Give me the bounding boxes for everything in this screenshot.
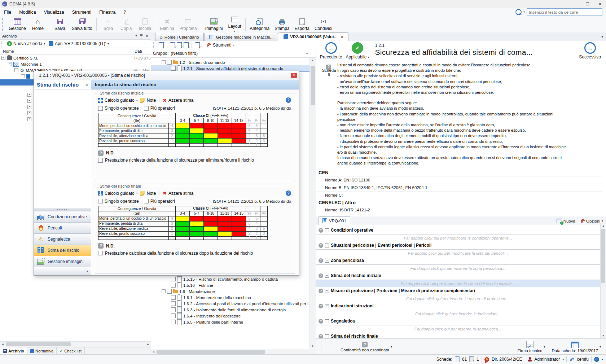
- matrix-cell[interactable]: [204, 236, 218, 240]
- row-checkbox[interactable]: [171, 307, 176, 312]
- matrix-cell[interactable]: [204, 226, 218, 231]
- scroll-right-icon[interactable]: ►: [145, 342, 151, 347]
- home-button[interactable]: ⌂Home: [28, 17, 47, 32]
- matrix-cell[interactable]: [204, 144, 218, 147]
- question-icon[interactable]: ?: [319, 258, 323, 263]
- matrix-cell[interactable]: [232, 144, 246, 147]
- conformita-button[interactable]: ? Conformità non esaminata: [341, 342, 389, 352]
- opzioni-button[interactable]: Opzioni ▾: [580, 219, 603, 224]
- collapse-icon[interactable]: −: [325, 274, 329, 278]
- row-checkbox[interactable]: [171, 320, 176, 324]
- row-checkbox[interactable]: [171, 277, 176, 281]
- question-icon[interactable]: ?: [319, 228, 323, 233]
- section-hint[interactable]: Fai doppio click qui per modificare la l…: [316, 250, 600, 257]
- row-checkbox[interactable]: [167, 60, 172, 65]
- pin-icon[interactable]: [140, 34, 143, 38]
- matrix-cell[interactable]: [204, 216, 218, 221]
- requirement-row[interactable]: 1.6.4 - Intervento dell'operatore: [151, 313, 316, 319]
- section-hint[interactable]: Fai doppio click qui per inserire le ind…: [316, 310, 600, 317]
- menu-item-finestra[interactable]: Finestra: [95, 10, 119, 15]
- matrix-cell[interactable]: [218, 133, 232, 139]
- section-header[interactable]: ?−Situazioni pericolose | Eventi pericol…: [316, 242, 600, 250]
- column-dati[interactable]: Dati: [133, 48, 142, 54]
- toolbar-handle[interactable]: [153, 42, 155, 48]
- card-alert-icon[interactable]: !: [184, 42, 189, 48]
- scroll-down-icon[interactable]: ▼: [310, 343, 315, 349]
- collapse-icon[interactable]: −: [21, 74, 25, 78]
- expand-icon[interactable]: +: [27, 117, 31, 121]
- matrix-cell[interactable]: [204, 128, 218, 133]
- requirement-row[interactable]: 1.6.2 - Accesso ai posti di lavoro e ai …: [151, 301, 316, 307]
- matrix-cell[interactable]: [218, 221, 232, 226]
- tree-vscrollbar[interactable]: ▲ ▼: [309, 58, 316, 349]
- note-button[interactable]: Note: [140, 98, 156, 103]
- section-header[interactable]: ?−Zona pericolosa: [316, 257, 600, 265]
- matrix-cell[interactable]: [190, 216, 204, 221]
- section-header[interactable]: ?−Indicazioni istruzioni: [316, 302, 600, 310]
- matrix-cell[interactable]: [232, 221, 246, 226]
- collapse-icon[interactable]: −: [325, 304, 329, 308]
- matrix-cell[interactable]: [232, 226, 246, 231]
- matrix-cell[interactable]: [232, 123, 246, 128]
- sidebar-button-stima-del-rischio[interactable]: +−×=Stima del rischio: [34, 245, 91, 256]
- matrix-cell[interactable]: [218, 128, 232, 133]
- scroll-down-icon[interactable]: ▼: [601, 333, 606, 338]
- nd-question-icon[interactable]: ?: [98, 150, 104, 156]
- matrix-cell[interactable]: [190, 123, 204, 128]
- matrix-cell[interactable]: [176, 128, 190, 133]
- section-header[interactable]: ?−Segnaletica: [316, 317, 600, 325]
- collapse-icon[interactable]: −: [162, 60, 166, 64]
- matrix-cell[interactable]: [176, 216, 190, 221]
- collapse-icon[interactable]: −: [8, 62, 12, 66]
- immagini-button[interactable]: Immagini: [203, 17, 225, 32]
- matrix-cell[interactable]: [176, 221, 190, 226]
- matrix-cell[interactable]: [218, 123, 232, 128]
- collapse-icon[interactable]: −: [14, 68, 18, 72]
- calcolo-guidato-button[interactable]: +−×= Calcolo guidato ▾: [98, 191, 138, 196]
- section-header[interactable]: ?−Condizioni operative: [316, 227, 600, 234]
- bottom-tab-check-list[interactable]: ✔Check list: [57, 347, 85, 355]
- calcolo-dropdown-icon[interactable]: ▾: [136, 192, 138, 195]
- requirement-row[interactable]: 1.5.15 - Rischio di scivolamento, inciam…: [151, 276, 316, 282]
- expand-icon[interactable]: +: [27, 111, 31, 115]
- section-hint[interactable]: Fai doppio click qui per inserire la seg…: [316, 325, 600, 333]
- card-check-icon[interactable]: ✔: [177, 42, 182, 48]
- user-label[interactable]: Administrator: [535, 357, 560, 362]
- expand-icon[interactable]: +: [27, 93, 31, 97]
- opzioni-dropdown-icon[interactable]: ▾: [602, 219, 603, 223]
- sidebar-collapse-icon[interactable]: «: [85, 82, 88, 87]
- section-header[interactable]: ?−Misure di protezione | Protezioni | Mi…: [316, 287, 600, 295]
- scroll-thumb[interactable]: [601, 229, 605, 283]
- new-company-dropdown-icon[interactable]: ▾: [44, 42, 45, 45]
- scroll-thumb[interactable]: [157, 350, 265, 354]
- question-icon[interactable]: ?: [319, 289, 323, 293]
- search-input[interactable]: [527, 8, 602, 16]
- nd-question-icon[interactable]: ?: [98, 243, 104, 249]
- minimize-button[interactable]: ─: [569, 0, 581, 8]
- salva-button[interactable]: Salva: [50, 17, 69, 32]
- stampa-button[interactable]: Stampa: [272, 17, 292, 32]
- expand-icon[interactable]: +: [27, 99, 31, 103]
- matrix-cell[interactable]: [190, 231, 204, 236]
- matrix-cell[interactable]: [204, 123, 218, 128]
- menu-item-visualizza[interactable]: Visualizza: [40, 10, 68, 15]
- collapse-icon[interactable]: −: [162, 289, 166, 293]
- panel-close-icon[interactable]: ✕: [146, 34, 149, 38]
- data-scheda-dropdown-icon[interactable]: ▾: [600, 345, 601, 348]
- sidebar-button-condizioni-operative[interactable]: →Condizioni operative: [34, 211, 91, 222]
- row-checkbox[interactable]: [171, 313, 176, 318]
- matrix-cell[interactable]: [204, 133, 218, 139]
- bottom-tab-normativa[interactable]: Normativa: [27, 347, 57, 355]
- user-dropdown-icon[interactable]: ▾: [562, 358, 564, 361]
- scroll-up-icon[interactable]: ▲: [601, 223, 606, 229]
- anteprima-button[interactable]: Anteprima: [247, 17, 272, 32]
- group-dropdown-icon[interactable]: ▾: [306, 52, 308, 55]
- open-file-dropdown-icon[interactable]: ▾: [107, 42, 109, 45]
- matrix-cell[interactable]: [204, 139, 218, 144]
- group-filter-row[interactable]: Gruppo: (Nessun filtro) ▾: [151, 49, 316, 58]
- nuova-button[interactable]: Nuova: [557, 219, 575, 223]
- scroll-thumb[interactable]: [311, 66, 315, 105]
- section-hint[interactable]: Fai doppio click qui per inserire la zon…: [316, 265, 600, 272]
- question-icon[interactable]: ?: [319, 304, 323, 308]
- requirement-row[interactable]: 1.5.16 - Fulmine: [151, 282, 316, 288]
